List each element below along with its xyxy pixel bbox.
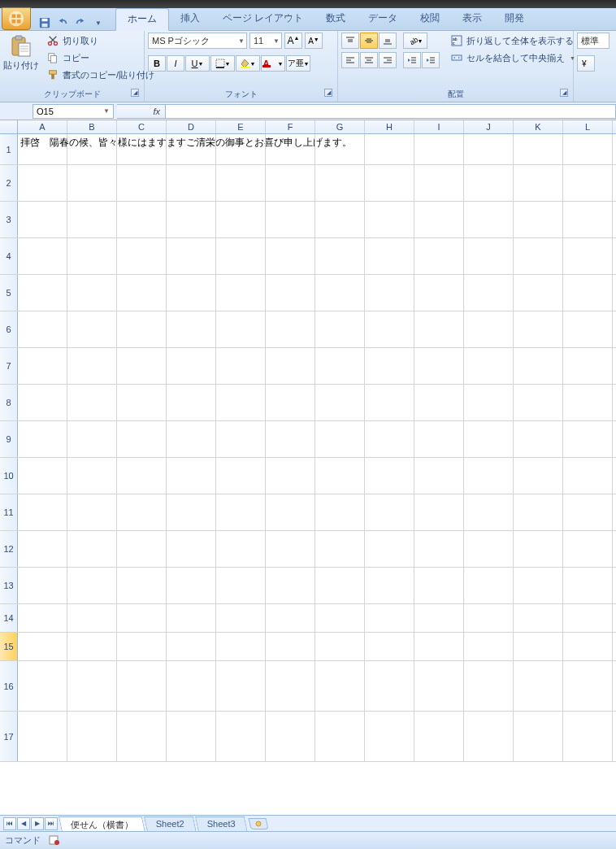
cell[interactable] (266, 238, 315, 274)
cell[interactable] (365, 568, 414, 603)
align-middle-button[interactable] (360, 33, 378, 49)
cell[interactable] (266, 165, 315, 201)
row-header[interactable]: 14 (0, 604, 18, 632)
sheet-tab[interactable]: 便せん（横書） (59, 816, 145, 833)
cell[interactable] (464, 712, 514, 761)
cell[interactable] (117, 275, 167, 311)
cell[interactable] (216, 531, 266, 567)
cell[interactable] (563, 531, 613, 567)
cell[interactable] (117, 238, 167, 274)
cell[interactable] (315, 712, 365, 761)
cell[interactable] (464, 202, 514, 237)
ribbon-tab-1[interactable]: 挿入 (169, 8, 211, 31)
cell[interactable] (414, 165, 464, 201)
name-box[interactable]: O15▼ (33, 104, 114, 119)
cell[interactable] (117, 604, 167, 632)
cell[interactable] (315, 458, 365, 494)
cell[interactable] (464, 165, 514, 201)
align-bottom-button[interactable] (379, 33, 397, 49)
column-header[interactable]: A (18, 120, 67, 133)
cell[interactable] (18, 494, 67, 530)
cell[interactable] (266, 134, 315, 164)
cell[interactable] (67, 238, 117, 274)
cell[interactable] (216, 494, 266, 530)
cell[interactable] (514, 275, 563, 311)
cell[interactable] (18, 604, 67, 632)
cell[interactable] (266, 531, 315, 567)
cell[interactable] (563, 275, 613, 311)
cell[interactable] (464, 604, 514, 632)
cut-button[interactable]: 切り取り (42, 33, 158, 49)
row-header[interactable]: 2 (0, 165, 18, 201)
cell[interactable] (464, 134, 514, 164)
cell[interactable] (67, 165, 117, 201)
cell[interactable] (67, 458, 117, 494)
cell[interactable] (514, 385, 563, 420)
cell[interactable] (167, 348, 216, 384)
cell[interactable] (464, 348, 514, 384)
cell[interactable] (167, 421, 216, 457)
cell[interactable] (315, 202, 365, 237)
cell[interactable] (464, 568, 514, 603)
save-icon[interactable] (37, 15, 52, 30)
cell[interactable] (514, 494, 563, 530)
row-header[interactable]: 4 (0, 238, 18, 274)
row-header[interactable]: 17 (0, 712, 18, 761)
cell[interactable] (514, 134, 563, 164)
cell[interactable] (67, 134, 117, 164)
cell[interactable] (365, 311, 414, 347)
row-header[interactable]: 15 (0, 633, 18, 660)
cell[interactable] (414, 531, 464, 567)
cell[interactable] (563, 348, 613, 384)
copy-button[interactable]: コピー (42, 50, 158, 66)
cell[interactable] (67, 385, 117, 420)
cell[interactable] (464, 311, 514, 347)
decrease-font-button[interactable]: A▼ (305, 33, 323, 49)
cell[interactable] (315, 311, 365, 347)
cell[interactable] (365, 385, 414, 420)
cell[interactable] (315, 661, 365, 711)
cell[interactable] (514, 604, 563, 632)
cell[interactable] (67, 712, 117, 761)
cell[interactable] (67, 531, 117, 567)
cell[interactable] (315, 494, 365, 530)
cell[interactable] (514, 661, 563, 711)
cell[interactable] (216, 385, 266, 420)
cell[interactable] (117, 458, 167, 494)
ribbon-tab-6[interactable]: 表示 (451, 8, 493, 31)
cell[interactable] (365, 712, 414, 761)
row-header[interactable]: 11 (0, 494, 18, 530)
cell[interactable] (464, 385, 514, 420)
cell[interactable] (514, 421, 563, 457)
increase-font-button[interactable]: A▲ (284, 33, 302, 49)
sheet-nav-first[interactable]: ⏮ (3, 817, 16, 830)
cell[interactable] (414, 494, 464, 530)
cell[interactable] (167, 165, 216, 201)
cell[interactable] (18, 165, 67, 201)
cell[interactable] (117, 348, 167, 384)
cell[interactable] (167, 458, 216, 494)
column-header[interactable]: F (266, 120, 315, 133)
cell[interactable] (216, 311, 266, 347)
cell[interactable] (414, 311, 464, 347)
cell[interactable] (67, 604, 117, 632)
cell[interactable] (18, 568, 67, 603)
row-header[interactable]: 10 (0, 458, 18, 494)
undo-icon[interactable] (55, 15, 70, 30)
column-header[interactable]: C (117, 120, 167, 133)
cell[interactable] (464, 633, 514, 660)
cell[interactable] (167, 494, 216, 530)
cell[interactable] (117, 568, 167, 603)
cell[interactable] (563, 633, 613, 660)
cell[interactable] (18, 311, 67, 347)
formula-input[interactable] (166, 104, 616, 119)
decrease-indent-button[interactable] (403, 52, 421, 68)
cell[interactable] (514, 311, 563, 347)
cell[interactable] (117, 712, 167, 761)
cell[interactable] (514, 712, 563, 761)
cell[interactable] (67, 202, 117, 237)
cell[interactable] (563, 311, 613, 347)
cell[interactable] (167, 604, 216, 632)
cell[interactable] (365, 458, 414, 494)
cell[interactable] (18, 531, 67, 567)
